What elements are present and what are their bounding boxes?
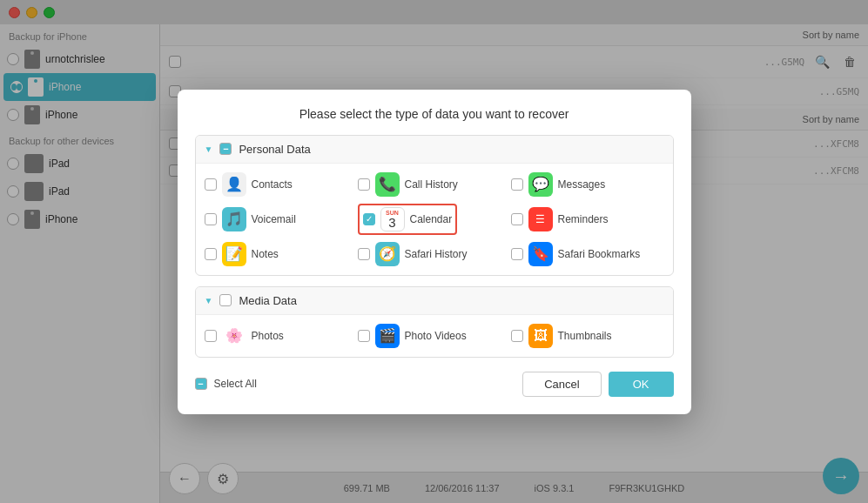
contacts-icon: 👤 <box>222 172 246 197</box>
reminders-label: Reminders <box>558 213 609 225</box>
checkbox-voicemail[interactable] <box>205 213 217 225</box>
safari-bookmarks-icon: 🔖 <box>528 242 553 266</box>
data-item-messages: 💬 Messages <box>511 172 664 197</box>
personal-data-grid: 👤 Contacts 📞 Call History 💬 Messages <box>196 164 673 275</box>
data-item-notes: 📝 Notes <box>205 242 358 266</box>
data-item-photos: 🌸 Photos <box>205 324 358 348</box>
ok-button[interactable]: OK <box>609 372 674 397</box>
data-item-voicemail: 🎵 Voicemail <box>205 204 358 235</box>
checkbox-safari-history[interactable] <box>358 248 370 260</box>
safari-history-icon: 🧭 <box>375 242 400 266</box>
checkbox-calendar[interactable] <box>363 213 375 225</box>
voicemail-icon: 🎵 <box>222 207 246 231</box>
safari-history-label: Safari History <box>405 248 468 260</box>
media-data-header: ▼ Media Data <box>196 287 673 315</box>
checkbox-thumbnails[interactable] <box>511 330 523 342</box>
select-all-area: Select All <box>195 378 257 390</box>
notes-label: Notes <box>252 248 279 260</box>
checkbox-contacts[interactable] <box>205 178 217 191</box>
checkbox-reminders[interactable] <box>511 213 523 225</box>
photos-label: Photos <box>252 330 284 342</box>
photo-videos-label: Photo Videos <box>405 330 467 342</box>
modal-title: Please select the type of data you want … <box>195 107 674 121</box>
triangle-icon: ▼ <box>205 144 213 154</box>
photos-icon: 🌸 <box>222 324 246 348</box>
modal-dialog: Please select the type of data you want … <box>178 90 691 414</box>
data-item-photo-videos: 🎬 Photo Videos <box>358 324 511 348</box>
personal-data-label: Personal Data <box>239 143 310 156</box>
call-history-label: Call History <box>405 178 458 191</box>
media-section-checkbox[interactable] <box>219 294 232 306</box>
calendar-label: Calendar <box>410 213 453 225</box>
checkbox-notes[interactable] <box>205 248 217 260</box>
media-triangle-icon: ▼ <box>205 296 213 305</box>
data-item-calendar: SUN 3 Calendar <box>358 204 511 235</box>
data-item-reminders: ☰ Reminders <box>511 204 664 235</box>
media-data-label: Media Data <box>239 294 296 307</box>
checkbox-photos[interactable] <box>205 330 217 342</box>
data-item-contacts: 👤 Contacts <box>205 172 358 197</box>
modal-footer: Select All Cancel OK <box>195 372 674 397</box>
notes-icon: 📝 <box>222 242 246 266</box>
photo-videos-icon: 🎬 <box>375 324 400 348</box>
calendar-highlight: SUN 3 Calendar <box>358 204 458 235</box>
data-item-call-history: 📞 Call History <box>358 172 511 197</box>
checkbox-call-history[interactable] <box>358 178 370 191</box>
modal-overlay: Please select the type of data you want … <box>0 0 868 503</box>
phone-icon: 📞 <box>375 172 400 197</box>
checkbox-safari-bookmarks[interactable] <box>511 248 523 260</box>
media-data-grid: 🌸 Photos 🎬 Photo Videos 🖼 Thumbnails <box>196 315 673 357</box>
data-item-safari-bookmarks: 🔖 Safari Bookmarks <box>511 242 664 266</box>
checkbox-messages[interactable] <box>511 178 523 191</box>
select-all-checkbox[interactable] <box>195 378 207 390</box>
messages-label: Messages <box>558 178 606 191</box>
modal-buttons: Cancel OK <box>522 372 673 397</box>
thumbnails-icon: 🖼 <box>528 324 553 348</box>
checkbox-photo-videos[interactable] <box>358 330 370 342</box>
media-data-section: ▼ Media Data 🌸 Photos 🎬 Photo Videos <box>195 286 674 358</box>
data-item-safari-history: 🧭 Safari History <box>358 242 511 266</box>
contacts-label: Contacts <box>252 178 293 191</box>
reminders-icon: ☰ <box>528 207 553 231</box>
personal-data-header: ▼ Personal Data <box>196 136 673 164</box>
messages-icon: 💬 <box>528 172 553 197</box>
select-all-label: Select All <box>214 378 257 390</box>
personal-data-section: ▼ Personal Data 👤 Contacts 📞 Call Histor… <box>195 135 674 276</box>
cancel-button[interactable]: Cancel <box>522 372 601 397</box>
calendar-icon: SUN 3 <box>380 207 405 231</box>
thumbnails-label: Thumbnails <box>558 330 612 342</box>
personal-section-checkbox[interactable] <box>219 143 232 155</box>
safari-bookmarks-label: Safari Bookmarks <box>558 248 641 260</box>
data-item-thumbnails: 🖼 Thumbnails <box>511 324 664 348</box>
voicemail-label: Voicemail <box>252 213 296 225</box>
